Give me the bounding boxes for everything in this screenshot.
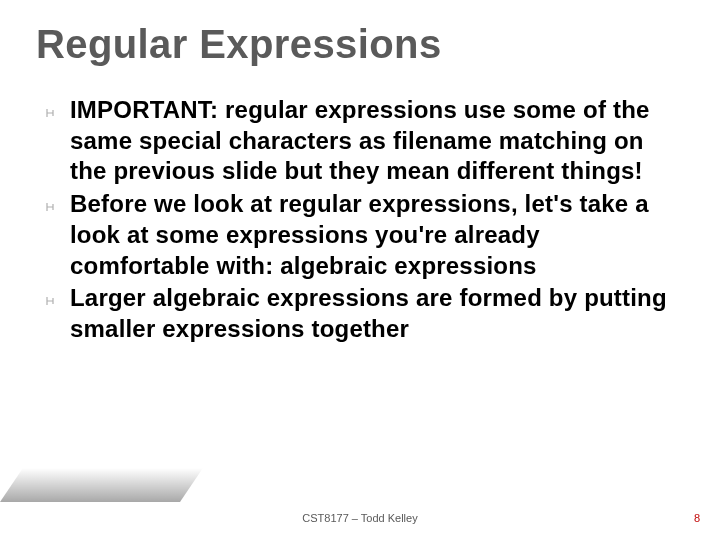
page-number: 8 <box>694 512 700 524</box>
bullet-marker-icon <box>46 189 70 223</box>
slide: Regular Expressions IMPORTANT: regular e… <box>0 0 720 540</box>
bullet-item: Larger algebraic expressions are formed … <box>46 283 684 344</box>
decorative-shadow <box>0 468 203 502</box>
bullet-item: Before we look at regular expressions, l… <box>46 189 684 281</box>
slide-body: IMPORTANT: regular expressions use some … <box>36 95 684 345</box>
bullet-text: Before we look at regular expressions, l… <box>70 189 684 281</box>
bullet-text: IMPORTANT: regular expressions use some … <box>70 95 684 187</box>
bullet-item: IMPORTANT: regular expressions use some … <box>46 95 684 187</box>
bullet-marker-icon <box>46 283 70 317</box>
bullet-marker-icon <box>46 95 70 129</box>
slide-title: Regular Expressions <box>36 22 684 67</box>
footer-text: CST8177 – Todd Kelley <box>0 512 720 524</box>
bullet-text: Larger algebraic expressions are formed … <box>70 283 684 344</box>
